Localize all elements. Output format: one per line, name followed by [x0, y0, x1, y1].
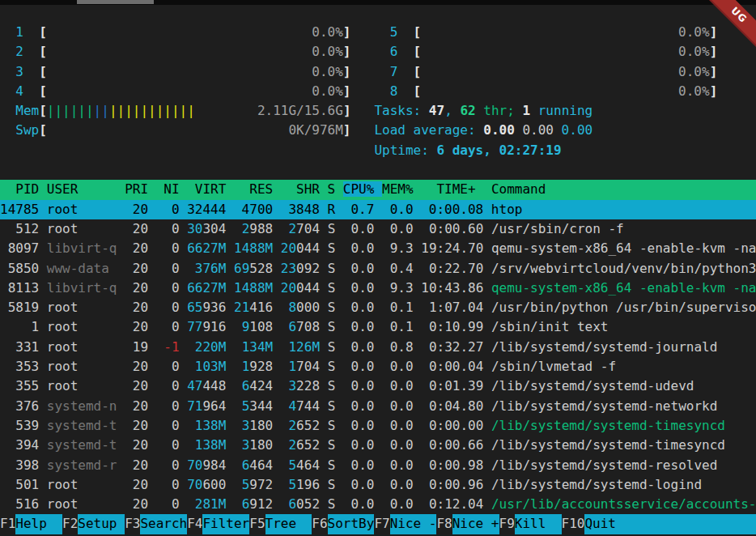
process-priority: 20	[117, 437, 156, 453]
fkey-f1-help[interactable]: Help	[15, 514, 62, 534]
fkey-f9-kill[interactable]: Kill	[515, 514, 562, 534]
memory-value-mb: 6627M	[187, 280, 226, 296]
process-pid: 8097	[0, 240, 47, 256]
fkey-f6-key[interactable]: F6	[312, 516, 327, 531]
process-row-selected[interactable]: 14785 root 20 0 32444 4700 3848 R 0.7 0.…	[0, 200, 756, 219]
cpu-meter-label: 6	[390, 44, 398, 59]
process-row[interactable]: 394 systemd-t 20 0 138M 3180 2652 S 0.0 …	[0, 436, 756, 455]
process-command: /usr/bin/python /usr/bin/superviso	[491, 300, 756, 315]
process-nice: 0	[156, 319, 180, 334]
text-segment	[351, 83, 375, 99]
process-row[interactable]: 8113 libvirt-q 20 0 6627M 1488M 20044 S …	[0, 279, 756, 298]
cpu-meter-1: 1 [ 0.0%]	[0, 24, 351, 40]
column-header-command[interactable]: Command	[491, 181, 546, 197]
text-segment	[273, 398, 281, 414]
fkey-f5-key[interactable]: F5	[249, 516, 265, 531]
cpu-meter-label: 8	[390, 83, 398, 99]
memory-value-mb: 2	[281, 437, 296, 453]
memory-value-mb: 6	[234, 378, 249, 393]
process-row[interactable]: 8097 libvirt-q 20 0 6627M 1488M 20044 S …	[0, 239, 756, 258]
text-segment	[374, 44, 389, 59]
process-stats: S 0.0 9.3 19:24.70	[320, 240, 491, 256]
text-segment	[180, 339, 188, 355]
fkey-f1-key[interactable]: F1	[0, 516, 15, 531]
process-priority: 20	[117, 221, 156, 236]
text-segment	[273, 359, 281, 374]
process-priority: 20	[117, 496, 156, 512]
fkey-f10-key[interactable]: F10	[562, 516, 585, 531]
text-segment	[180, 378, 188, 393]
text-segment	[273, 457, 281, 473]
table-header-row: PID USER PRI NI VIRT RES SHR S CPU% MEM%…	[0, 180, 756, 199]
process-stats: S 0.0 0.0 0:00.04	[320, 359, 491, 374]
process-row[interactable]: 331 root 19 -1 220M 134M 126M S 0.0 0.8 …	[0, 338, 756, 357]
fkey-f7-nice[interactable]: Nice -	[390, 514, 437, 534]
memory-value-mb: 69	[234, 261, 249, 276]
process-priority: 20	[117, 378, 156, 393]
process-row[interactable]: 5819 root 20 0 65936 21416 8000 S 0.0 0.…	[0, 298, 756, 317]
process-row[interactable]: 5850 www-data 20 0 376M 69528 23092 S 0.…	[0, 259, 756, 279]
column-header-s[interactable]: S	[328, 181, 343, 197]
column-header-shr[interactable]: SHR	[281, 181, 328, 197]
cpu-meter-4: 4 [ 0.0%]	[0, 83, 351, 99]
process-row[interactable]: 1 root 20 0 77916 9108 6708 S 0.0 0.1 0:…	[0, 317, 756, 337]
memory-value: 424	[249, 378, 273, 393]
column-header-res[interactable]: RES	[234, 181, 281, 197]
process-row[interactable]: 398 systemd-r 20 0 70984 6464 5464 S 0.0…	[0, 456, 756, 475]
process-pid: 1	[0, 319, 47, 334]
process-row[interactable]: 512 root 20 0 30304 2988 2704 S 0.0 0.0 …	[0, 219, 756, 239]
process-stats: S 0.0 0.1 0:10.99	[320, 319, 491, 334]
process-pid: 331	[0, 339, 47, 355]
process-nice: 0	[156, 457, 180, 473]
fkey-f4-filter[interactable]: Filter	[202, 514, 249, 534]
column-header-ni[interactable]: NI	[156, 181, 188, 197]
fkey-f3-search[interactable]: Search	[140, 514, 187, 534]
window-top-strip	[0, 0, 756, 5]
column-header-cpu[interactable]: CPU%	[343, 181, 382, 197]
process-row[interactable]: 353 root 20 0 103M 1928 1704 S 0.0 0.0 0…	[0, 357, 756, 376]
process-nice: 0	[156, 437, 180, 453]
column-header-pri[interactable]: PRI	[125, 181, 156, 197]
memory-value: 464	[296, 457, 320, 473]
process-nice: 0	[156, 398, 180, 414]
column-header-mem[interactable]: MEM%	[382, 181, 421, 197]
fkey-f2-setup[interactable]: Setup	[78, 514, 125, 534]
process-stats: S 0.0 0.4 0:22.70	[320, 261, 491, 276]
meter-row: Mem[||||||||||||||||||| 2.11G/15.6G] Tas…	[0, 101, 756, 121]
column-header-virt[interactable]: VIRT	[187, 181, 234, 197]
meter-bracket: ]	[343, 64, 351, 79]
process-pid: 501	[0, 477, 47, 492]
meter-bracket: [	[39, 122, 47, 138]
text-segment	[397, 64, 413, 79]
fkey-f3-key[interactable]: F3	[125, 516, 140, 531]
text-segment	[273, 339, 281, 355]
meter-row: Swp[ 0K/976M] Load average: 0.00 0.00 0.…	[0, 121, 756, 140]
fkey-f7-key[interactable]: F7	[374, 516, 389, 531]
meter-row: 4 [ 0.0%] 8 [ 0.0%]	[0, 82, 756, 101]
process-stats: S 0.0 9.3 10:43.86	[320, 280, 491, 296]
fkey-f2-key[interactable]: F2	[62, 516, 78, 531]
fkey-f4-key[interactable]: F4	[187, 516, 202, 531]
fkey-f8-key[interactable]: F8	[436, 516, 452, 531]
fkey-f6-sortby[interactable]: SortBy	[328, 514, 375, 534]
fkey-f10-quit[interactable]: Quit	[584, 514, 756, 534]
memory-value-mb: 281M	[187, 496, 226, 512]
text-segment	[226, 418, 234, 433]
meter-bracket: ]	[343, 103, 351, 118]
column-header-user[interactable]: USER	[47, 181, 125, 197]
window-tab-fragment[interactable]	[77, 0, 154, 4]
column-header-pid[interactable]: PID	[0, 181, 47, 197]
column-header-time[interactable]: TIME+	[421, 181, 491, 197]
process-row[interactable]: 539 systemd-t 20 0 138M 3180 2652 S 0.0 …	[0, 416, 756, 436]
process-row[interactable]: 501 root 20 0 70600 5972 5196 S 0.0 0.0 …	[0, 475, 756, 495]
process-user: root	[47, 319, 117, 334]
memory-value-mb: 70	[187, 477, 202, 492]
fkey-f5-tree[interactable]: Tree	[265, 514, 312, 534]
process-stats: S 0.0 0.0 0:12.04	[320, 496, 491, 512]
process-row[interactable]: 376 systemd-n 20 0 71964 5344 4744 S 0.0…	[0, 397, 756, 416]
text-segment	[226, 221, 234, 236]
process-row[interactable]: 355 root 20 0 47448 6424 3228 S 0.0 0.0 …	[0, 376, 756, 396]
fkey-f9-key[interactable]: F9	[499, 516, 515, 531]
process-row[interactable]: 516 root 20 0 281M 6912 6052 S 0.0 0.0 0…	[0, 495, 756, 514]
fkey-f8-nice[interactable]: Nice +	[452, 514, 499, 534]
